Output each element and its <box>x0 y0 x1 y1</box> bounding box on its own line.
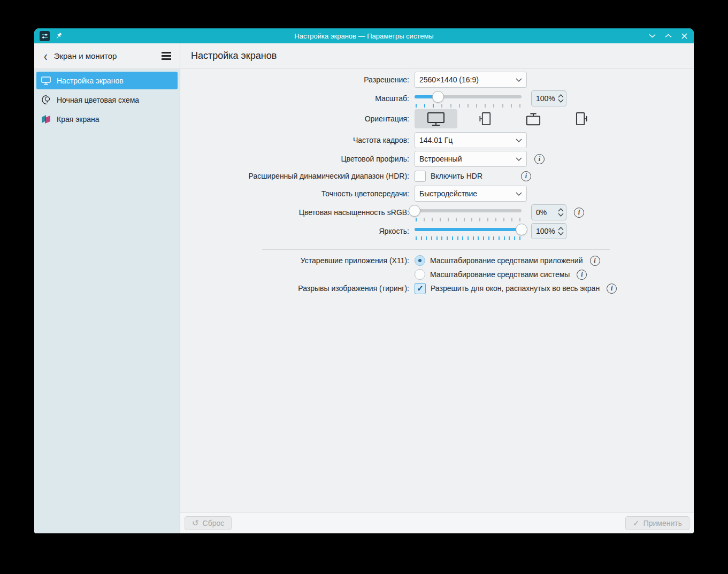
color-accuracy-dropdown[interactable]: Быстродействие <box>415 186 527 202</box>
maximize-button[interactable] <box>664 32 672 40</box>
srgb-saturation-info-icon[interactable]: i <box>574 208 584 218</box>
hdr-info-icon[interactable]: i <box>521 171 531 181</box>
back-label: Экран и монитор <box>54 51 117 60</box>
tearing-info-icon[interactable]: i <box>607 284 617 294</box>
brightness-slider[interactable] <box>415 223 522 239</box>
chevron-down-icon <box>516 139 522 142</box>
color-accuracy-label: Точность цветопередачи: <box>180 189 415 198</box>
sidebar-item-display-configuration[interactable]: Настройка экранов <box>36 72 178 89</box>
srgb-saturation-spinbox[interactable]: 0% <box>531 204 566 220</box>
hdr-checkbox[interactable] <box>415 171 426 182</box>
content-area: Разрешение: 2560×1440 (16:9) <box>180 69 694 512</box>
back-chevron-icon: ‹ <box>44 49 48 63</box>
window-title: Настройка экранов — Параметры системы <box>34 32 694 40</box>
tearing-label: Разрывы изображения (тиринг): <box>180 284 415 293</box>
scale-slider[interactable] <box>415 90 522 106</box>
hdr-checkbox-label: Включить HDR <box>431 172 482 180</box>
monitor-portrait-right-icon <box>574 110 590 128</box>
refresh-rate-label: Частота кадров: <box>180 136 415 144</box>
sidebar-item-label: Края экрана <box>57 115 99 124</box>
sidebar-item-night-color[interactable]: Ночная цветовая схема <box>36 91 178 109</box>
x11-system-scaling-info-icon[interactable]: i <box>577 270 587 280</box>
header: ‹ Экран и монитор Настройка экранов <box>34 43 694 69</box>
section-divider <box>262 249 610 250</box>
scale-spinbox[interactable]: 100% <box>531 90 566 106</box>
sidebar-item-label: Ночная цветовая схема <box>57 96 139 104</box>
slider-handle[interactable] <box>432 91 444 103</box>
resolution-label: Разрешение: <box>180 75 415 84</box>
page-title: Настройка экранов <box>180 43 277 68</box>
monitor-landscape-flipped-icon <box>523 111 544 126</box>
srgb-saturation-slider[interactable] <box>415 204 522 220</box>
slider-handle[interactable] <box>409 205 420 217</box>
color-profile-dropdown[interactable]: Встроенный <box>415 151 527 167</box>
brightness-label: Яркость: <box>180 227 415 235</box>
undo-icon: ↺ <box>192 519 199 527</box>
sidebar: Настройка экранов Ночная цветовая схема <box>34 69 180 533</box>
titlebar: Настройка экранов — Параметры системы <box>34 28 694 43</box>
close-button[interactable] <box>680 32 688 40</box>
monitor-landscape-icon <box>425 111 447 127</box>
x11-system-scaling-label: Масштабирование средствами системы <box>430 270 570 279</box>
spinbox-arrows-icon[interactable] <box>558 227 564 235</box>
x11-app-scaling-info-icon[interactable]: i <box>590 256 600 266</box>
orientation-label: Ориентация: <box>180 114 415 123</box>
reset-button[interactable]: ↺ Сброс <box>185 516 232 530</box>
color-profile-info-icon[interactable]: i <box>534 154 545 164</box>
color-profile-label: Цветовой профиль: <box>180 155 415 163</box>
hdr-label: Расширенный динамический диапазон (HDR): <box>180 172 415 180</box>
monitor-portrait-left-icon <box>477 110 493 128</box>
slider-handle[interactable] <box>516 224 527 235</box>
resolution-dropdown[interactable]: 2560×1440 (16:9) <box>415 72 527 88</box>
back-button[interactable]: ‹ Экран и монитор <box>44 51 117 62</box>
system-settings-window: Настройка экранов — Параметры системы ‹ … <box>34 28 694 533</box>
orientation-portrait-right-button[interactable] <box>561 109 603 128</box>
chevron-down-icon <box>516 192 522 196</box>
screen-edges-icon <box>41 114 51 125</box>
monitor-icon <box>41 75 51 86</box>
night-color-icon <box>41 95 51 105</box>
srgb-saturation-label: Цветовая насыщенность sRGB: <box>180 208 415 217</box>
orientation-landscape-flipped-button[interactable] <box>512 109 555 128</box>
footer-bar: ↺ Сброс ✓ Применить <box>180 512 694 533</box>
x11-system-scaling-radio[interactable] <box>415 269 425 280</box>
sidebar-item-label: Настройка экранов <box>57 76 124 85</box>
scale-label: Масштаб: <box>180 94 415 103</box>
orientation-landscape-button[interactable] <box>415 109 457 128</box>
sidebar-item-screen-edges[interactable]: Края экрана <box>36 110 178 128</box>
pin-icon[interactable] <box>55 32 63 40</box>
tearing-checkbox-label: Разрешить для окон, распахнутых во весь … <box>431 284 600 293</box>
minimize-button[interactable] <box>648 32 656 40</box>
x11-app-scaling-radio[interactable] <box>415 255 425 266</box>
hamburger-menu-icon[interactable] <box>159 50 173 62</box>
spinbox-arrows-icon[interactable] <box>558 94 564 103</box>
chevron-down-icon <box>516 78 522 82</box>
checkmark-icon: ✓ <box>633 519 640 527</box>
chevron-down-icon <box>516 157 522 161</box>
tearing-checkbox[interactable]: ✓ <box>415 283 426 294</box>
x11-app-scaling-label: Масштабирование средствами приложений <box>430 256 583 265</box>
brightness-spinbox[interactable]: 100% <box>531 223 566 239</box>
spinbox-arrows-icon[interactable] <box>558 208 564 217</box>
orientation-portrait-left-button[interactable] <box>463 109 506 128</box>
refresh-rate-dropdown[interactable]: 144.01 Гц <box>415 132 527 148</box>
x11-legacy-label: Устаревшие приложения (X11): <box>180 256 415 265</box>
systemsettings-app-icon <box>40 31 50 41</box>
apply-button[interactable]: ✓ Применить <box>625 516 689 530</box>
